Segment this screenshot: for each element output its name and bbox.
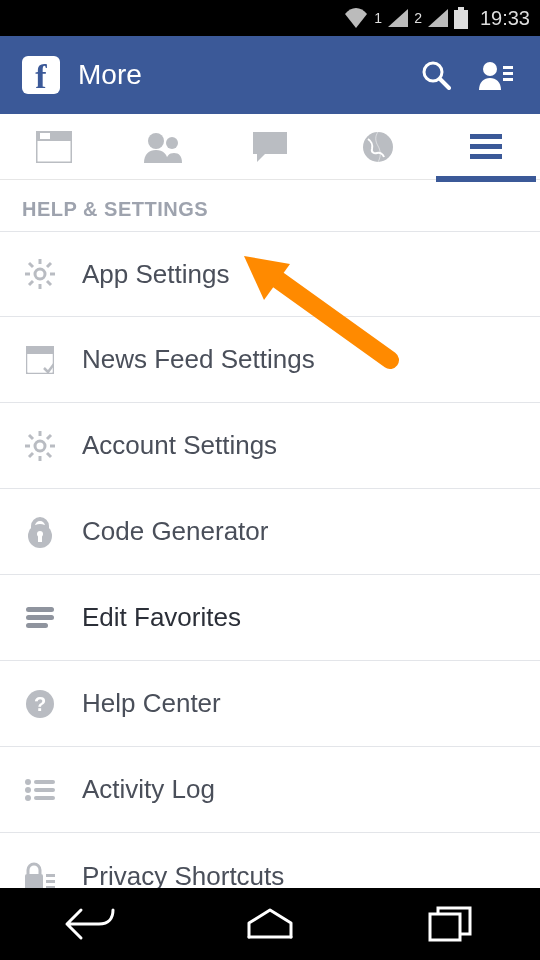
svg-line-22 — [29, 263, 33, 267]
chat-icon — [253, 132, 287, 162]
svg-point-28 — [35, 441, 45, 451]
page-title: More — [78, 59, 398, 91]
row-app-settings[interactable]: App Settings — [0, 231, 540, 317]
back-icon — [63, 906, 117, 942]
svg-rect-16 — [470, 154, 502, 159]
row-label: Help Center — [82, 688, 221, 719]
friends-button[interactable] — [474, 53, 518, 97]
home-button[interactable] — [225, 900, 315, 948]
svg-rect-27 — [26, 346, 54, 354]
row-label: Activity Log — [82, 774, 215, 805]
status-bar: 1 2 19:33 — [0, 0, 540, 36]
lines-icon — [22, 600, 58, 636]
svg-rect-48 — [34, 788, 55, 792]
settings-list: App Settings News Feed Settings Account … — [0, 231, 540, 919]
svg-rect-42 — [26, 623, 48, 628]
search-button[interactable] — [414, 53, 458, 97]
row-label: App Settings — [82, 259, 229, 290]
search-icon — [421, 60, 451, 90]
home-icon — [245, 907, 295, 941]
people-icon — [142, 131, 182, 163]
app-header: f More — [0, 36, 540, 114]
clock: 19:33 — [480, 7, 530, 30]
svg-rect-53 — [46, 880, 55, 883]
svg-line-33 — [29, 435, 33, 439]
friends-icon — [479, 60, 513, 90]
list-icon — [22, 772, 58, 808]
sim2-label: 2 — [414, 10, 422, 26]
signal2-icon — [428, 9, 448, 27]
row-help-center[interactable]: ? Help Center — [0, 661, 540, 747]
svg-line-36 — [29, 453, 33, 457]
tab-messages[interactable] — [216, 114, 324, 179]
svg-line-35 — [47, 435, 51, 439]
lock-icon — [22, 514, 58, 550]
tab-notifications[interactable] — [324, 114, 432, 179]
globe-icon — [362, 131, 394, 163]
row-account-settings[interactable]: Account Settings — [0, 403, 540, 489]
svg-rect-52 — [46, 874, 55, 877]
gear-icon — [22, 428, 58, 464]
android-nav-bar — [0, 888, 540, 960]
row-edit-favorites[interactable]: Edit Favorites — [0, 575, 540, 661]
svg-point-12 — [166, 137, 178, 149]
svg-rect-39 — [38, 535, 42, 542]
row-label: Code Generator — [82, 516, 268, 547]
svg-rect-7 — [503, 78, 513, 81]
section-header: HELP & SETTINGS — [0, 180, 540, 231]
svg-point-17 — [35, 269, 45, 279]
row-news-feed-settings[interactable]: News Feed Settings — [0, 317, 540, 403]
svg-line-23 — [47, 281, 51, 285]
svg-line-24 — [47, 263, 51, 267]
hamburger-icon — [470, 134, 502, 160]
feed-icon — [36, 131, 72, 163]
row-label: News Feed Settings — [82, 344, 315, 375]
row-code-generator[interactable]: Code Generator — [0, 489, 540, 575]
battery-icon — [454, 7, 468, 29]
svg-rect-10 — [40, 133, 50, 139]
svg-rect-6 — [503, 72, 513, 75]
svg-rect-14 — [470, 134, 502, 139]
svg-line-3 — [440, 79, 449, 88]
svg-rect-50 — [34, 796, 55, 800]
svg-point-11 — [148, 133, 164, 149]
svg-line-34 — [47, 453, 51, 457]
tab-more[interactable] — [432, 114, 540, 179]
signal1-icon — [388, 9, 408, 27]
gear-icon — [22, 256, 58, 292]
svg-point-4 — [483, 62, 497, 76]
sim1-label: 1 — [374, 10, 382, 26]
tab-feed[interactable] — [0, 114, 108, 179]
back-button[interactable] — [45, 900, 135, 948]
svg-point-47 — [25, 787, 31, 793]
feed-settings-icon — [22, 342, 58, 378]
row-label: Edit Favorites — [82, 602, 241, 633]
wifi-icon — [344, 8, 368, 28]
svg-line-25 — [29, 281, 33, 285]
svg-rect-40 — [26, 607, 54, 612]
row-label: Account Settings — [82, 430, 277, 461]
svg-rect-0 — [458, 7, 464, 10]
recents-button[interactable] — [405, 900, 495, 948]
svg-rect-1 — [454, 10, 468, 29]
svg-rect-58 — [430, 914, 460, 940]
facebook-logo[interactable]: f — [22, 56, 60, 94]
tab-friends[interactable] — [108, 114, 216, 179]
svg-text:?: ? — [34, 693, 46, 715]
help-icon: ? — [22, 686, 58, 722]
row-activity-log[interactable]: Activity Log — [0, 747, 540, 833]
row-label: Privacy Shortcuts — [82, 861, 284, 892]
tab-bar — [0, 114, 540, 180]
svg-rect-46 — [34, 780, 55, 784]
svg-rect-41 — [26, 615, 54, 620]
recents-icon — [428, 906, 472, 942]
svg-rect-15 — [470, 144, 502, 149]
svg-point-45 — [25, 779, 31, 785]
svg-rect-5 — [503, 66, 513, 69]
svg-point-49 — [25, 795, 31, 801]
